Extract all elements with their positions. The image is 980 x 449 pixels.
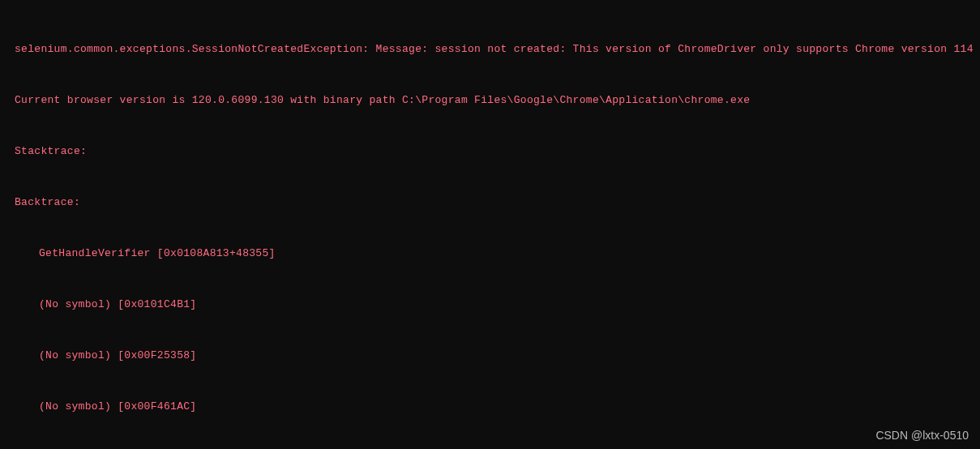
terminal-output: selenium.common.exceptions.SessionNotCre…	[15, 6, 965, 449]
watermark: CSDN @lxtx-0510	[875, 427, 969, 444]
error-header: selenium.common.exceptions.SessionNotCre…	[15, 41, 965, 58]
stacktrace-label: Stacktrace:	[15, 143, 965, 160]
stack-frame: (No symbol) [0x0101C4B1]	[15, 296, 965, 313]
backtrace-label: Backtrace:	[15, 194, 965, 211]
stack-frame: (No symbol) [0x00F25358]	[15, 347, 965, 364]
browser-info: Current browser version is 120.0.6099.13…	[15, 92, 965, 109]
stack-frame: GetHandleVerifier [0x0108A813+48355]	[15, 245, 965, 262]
stack-frame: (No symbol) [0x00F461AC]	[15, 398, 965, 415]
